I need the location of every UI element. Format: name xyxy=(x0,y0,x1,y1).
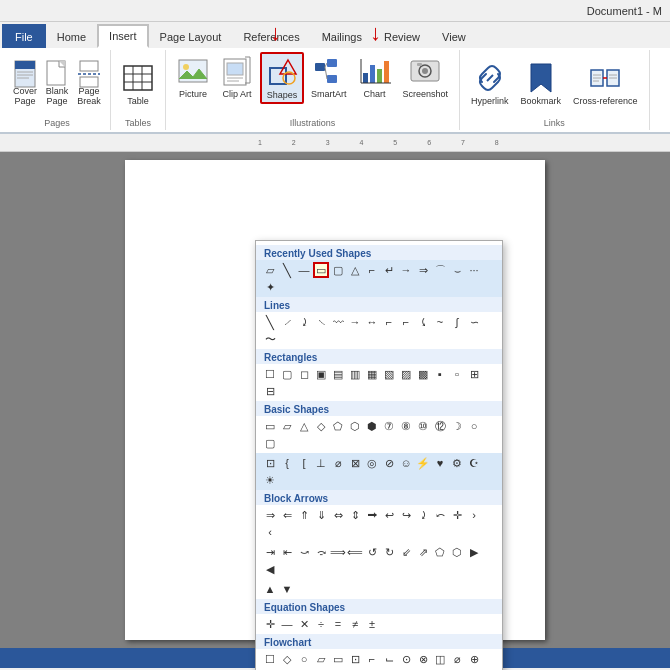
tab-review[interactable]: Review xyxy=(373,24,431,48)
eq-notequal[interactable]: ≠ xyxy=(347,616,363,632)
fc-internal[interactable]: ⊡ xyxy=(347,651,363,667)
line-curved-arrow[interactable]: ⤹ xyxy=(415,314,431,330)
shape-dots[interactable]: ··· xyxy=(466,262,482,278)
rect-snip[interactable]: ◻ xyxy=(296,366,312,382)
ba-notch-left[interactable]: ⇤ xyxy=(279,544,295,560)
eq-plus[interactable]: ✛ xyxy=(262,616,278,632)
shape-line-diag[interactable]: ╲ xyxy=(279,262,295,278)
ba-pentagon2[interactable]: ⬡ xyxy=(449,544,465,560)
bs-12[interactable]: ⑫ xyxy=(432,418,448,434)
bs-crescent2[interactable]: ☪ xyxy=(466,455,482,471)
ba-right3[interactable]: ▶ xyxy=(466,544,482,560)
bs-donut[interactable]: ◎ xyxy=(364,455,380,471)
bs-brace[interactable]: { xyxy=(279,455,295,471)
fc-tape[interactable]: ⌀ xyxy=(449,651,465,667)
cross-reference-button[interactable]: Cross-reference xyxy=(568,59,643,109)
line-bend[interactable]: ⤸ xyxy=(296,314,312,330)
shape-rectangle[interactable]: ▭ xyxy=(313,262,329,278)
rect-snip2[interactable]: ▣ xyxy=(313,366,329,382)
ba-turn-down[interactable]: ⤺ xyxy=(432,507,448,523)
tab-mailings[interactable]: Mailings xyxy=(311,24,373,48)
shapes-button[interactable]: Shapes xyxy=(260,52,304,104)
ba-pentagon[interactable]: ⬠ xyxy=(432,544,448,560)
bookmark-button[interactable]: Bookmark xyxy=(516,59,567,109)
bs-heptagon[interactable]: ⬢ xyxy=(364,418,380,434)
fc-summing[interactable]: ⊕ xyxy=(466,651,482,667)
bs-8[interactable]: ⑧ xyxy=(398,418,414,434)
ba-right2[interactable]: ⮕ xyxy=(364,507,380,523)
ba-up-down-r[interactable]: ⇗ xyxy=(415,544,431,560)
ba-circular2[interactable]: ↻ xyxy=(381,544,397,560)
tab-file[interactable]: File xyxy=(2,24,46,48)
rect-fill4[interactable]: ▩ xyxy=(415,366,431,382)
fc-connector[interactable]: ⊙ xyxy=(398,651,414,667)
ba-leftright[interactable]: ⇔ xyxy=(330,507,346,523)
fc-predefined[interactable]: ▭ xyxy=(330,651,346,667)
shape-corner[interactable]: ⌐ xyxy=(364,262,380,278)
rect-rounded[interactable]: ▢ xyxy=(279,366,295,382)
smartart-button[interactable]: SmartArt xyxy=(306,52,352,102)
bs-gear[interactable]: ⚙ xyxy=(449,455,465,471)
fc-terminal[interactable]: ○ xyxy=(296,651,312,667)
bs-10[interactable]: ⑩ xyxy=(415,418,431,434)
shape-curve[interactable]: ⌣ xyxy=(449,262,465,278)
bs-heart[interactable]: ♥ xyxy=(432,455,448,471)
clip-art-button[interactable]: Clip Art xyxy=(216,52,258,102)
tab-insert[interactable]: Insert xyxy=(97,24,149,48)
ba-down[interactable]: ⇓ xyxy=(313,507,329,523)
hyperlink-button[interactable]: Hyperlink xyxy=(466,59,514,109)
tab-view[interactable]: View xyxy=(431,24,477,48)
line-wave[interactable]: ∫ xyxy=(449,314,465,330)
shape-parallelogram[interactable]: ▱ xyxy=(262,262,278,278)
ba-chevron-left[interactable]: ‹ xyxy=(262,524,278,540)
shape-star6[interactable]: ✦ xyxy=(262,279,278,295)
ba-quad[interactable]: ✛ xyxy=(449,507,465,523)
eq-plusminus[interactable]: ± xyxy=(364,616,380,632)
page-break-button[interactable]: PageBreak xyxy=(74,61,104,108)
ba-turn-right[interactable]: ↩ xyxy=(381,507,397,523)
rect-cross[interactable]: ▥ xyxy=(347,366,363,382)
ba-curved-right[interactable]: ⤻ xyxy=(296,544,312,560)
ba-up3[interactable]: ▲ xyxy=(262,581,278,597)
ba-left3[interactable]: ◀ xyxy=(262,561,278,577)
bs-no-symbol[interactable]: ⊘ xyxy=(381,455,397,471)
bs-cylinder[interactable]: ⌀ xyxy=(330,455,346,471)
rect-small2[interactable]: ▫ xyxy=(449,366,465,382)
bs-triangle[interactable]: △ xyxy=(296,418,312,434)
ba-updown[interactable]: ⇕ xyxy=(347,507,363,523)
ba-notch-right[interactable]: ⇥ xyxy=(262,544,278,560)
ba-down3[interactable]: ▼ xyxy=(279,581,295,597)
ba-curved-left[interactable]: ⤼ xyxy=(313,544,329,560)
line-zigzag[interactable]: ⟋ xyxy=(279,314,295,330)
line-freeform[interactable]: 〰 xyxy=(330,314,346,330)
fc-process[interactable]: ☐ xyxy=(262,651,278,667)
ba-turn-up[interactable]: ⤸ xyxy=(415,507,431,523)
line-spiral[interactable]: ∽ xyxy=(466,314,482,330)
bs-cube[interactable]: ⊠ xyxy=(347,455,363,471)
line-arrow[interactable]: → xyxy=(347,314,363,330)
bs-square[interactable]: ▢ xyxy=(262,435,278,451)
shape-arrow-turn[interactable]: ↵ xyxy=(381,262,397,278)
picture-button[interactable]: Picture xyxy=(172,52,214,102)
eq-divide[interactable]: ÷ xyxy=(313,616,329,632)
line-curve2[interactable]: ⟍ xyxy=(313,314,329,330)
ba-right[interactable]: ⇒ xyxy=(262,507,278,523)
ba-up-down-l[interactable]: ⇙ xyxy=(398,544,414,560)
fc-data[interactable]: ▱ xyxy=(313,651,329,667)
line-straight[interactable]: ╲ xyxy=(262,314,278,330)
ba-up[interactable]: ⇑ xyxy=(296,507,312,523)
rect-basic[interactable]: ☐ xyxy=(262,366,278,382)
bs-crescent[interactable]: ☽ xyxy=(449,418,465,434)
bs-pentagon[interactable]: ⬠ xyxy=(330,418,346,434)
line-elbow[interactable]: ⌐ xyxy=(381,314,397,330)
screenshot-button[interactable]: Screenshot xyxy=(398,52,454,102)
ba-chevron-right[interactable]: › xyxy=(466,507,482,523)
eq-minus[interactable]: — xyxy=(279,616,295,632)
shape-line[interactable]: — xyxy=(296,262,312,278)
shape-block-arrow[interactable]: ⇒ xyxy=(415,262,431,278)
line-double-arrow[interactable]: ↔ xyxy=(364,314,380,330)
line-swoosh[interactable]: 〜 xyxy=(262,331,278,347)
bs-frame[interactable]: ⊡ xyxy=(262,455,278,471)
cover-page-button[interactable]: CoverPage xyxy=(10,61,40,108)
ba-striped-right[interactable]: ⟹ xyxy=(330,544,346,560)
